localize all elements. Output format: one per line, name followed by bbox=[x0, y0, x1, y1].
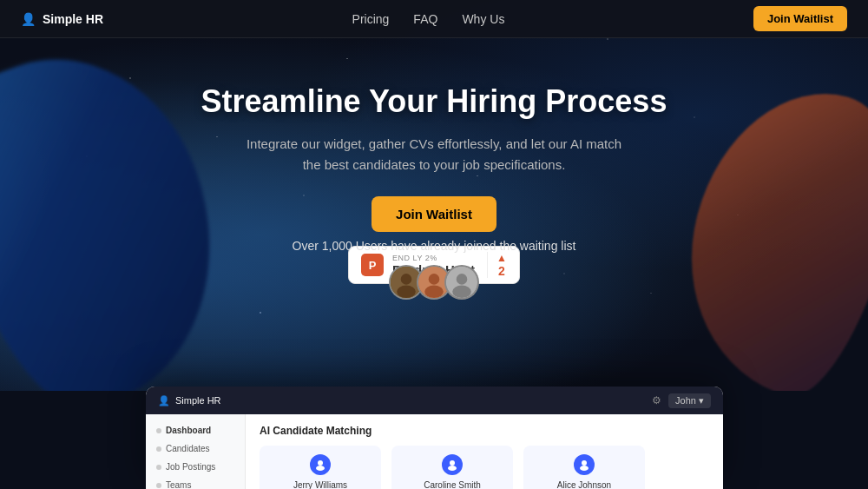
svg-point-12 bbox=[448, 466, 457, 471]
sidebar-dot-icon bbox=[156, 465, 161, 470]
avatar-3 bbox=[444, 265, 479, 300]
svg-point-7 bbox=[457, 274, 468, 285]
person-icon: 👤 bbox=[21, 12, 36, 26]
svg-point-8 bbox=[452, 286, 471, 298]
navbar: 👤 Simple HR Pricing FAQ Why Us Join Wait… bbox=[0, 0, 868, 38]
sidebar-item-teams[interactable]: Teams bbox=[146, 476, 245, 489]
candidate-name-2: Caroline Smith bbox=[424, 480, 481, 489]
svg-point-2 bbox=[397, 286, 416, 298]
sidebar-dot-icon bbox=[156, 446, 161, 452]
candidate-icon-2 bbox=[442, 454, 463, 475]
svg-point-9 bbox=[318, 460, 323, 466]
nav-logo-text: Simple HR bbox=[43, 12, 103, 26]
dashboard-main: AI Candidate Matching Jerry Williams Car… bbox=[246, 414, 723, 489]
candidate-icon-3 bbox=[574, 454, 595, 475]
nav-link-faq[interactable]: FAQ bbox=[413, 12, 437, 26]
avatar-3-image bbox=[446, 265, 477, 300]
candidate-card-3[interactable]: Alice Johnson bbox=[523, 446, 645, 489]
dashboard-header: 👤 Simple HR ⚙ John ▾ bbox=[146, 387, 723, 414]
svg-point-14 bbox=[580, 466, 589, 471]
hero-join-waitlist-button[interactable]: Join Waitlist bbox=[372, 196, 496, 232]
svg-point-10 bbox=[316, 466, 325, 471]
dashboard-preview: 👤 Simple HR ⚙ John ▾ Dashboard Candidate… bbox=[146, 387, 723, 489]
candidate-card-2[interactable]: Caroline Smith bbox=[391, 446, 513, 489]
sidebar-label-job-postings: Job Postings bbox=[166, 462, 215, 472]
dashboard-person-icon: 👤 bbox=[158, 395, 170, 406]
candidate-cards: Jerry Williams Caroline Smith Alice John… bbox=[260, 446, 709, 489]
nav-join-waitlist-button[interactable]: Join Waitlist bbox=[753, 6, 847, 31]
sidebar-label-candidates: Candidates bbox=[166, 444, 210, 453]
sidebar-dot-icon bbox=[156, 483, 161, 488]
nav-logo: 👤 Simple HR bbox=[21, 12, 103, 26]
nav-link-why-us[interactable]: Why Us bbox=[462, 12, 504, 26]
candidate-name-3: Alice Johnson bbox=[557, 480, 611, 489]
social-proof-section: Over 1,000 Users have already joined the… bbox=[0, 239, 868, 300]
sidebar-label-teams: Teams bbox=[166, 480, 191, 489]
sidebar-item-candidates[interactable]: Candidates bbox=[146, 439, 245, 458]
candidate-name-1: Jerry Williams bbox=[293, 480, 347, 489]
nav-links: Pricing FAQ Why Us bbox=[352, 12, 505, 26]
sidebar-dot-icon bbox=[156, 428, 161, 433]
avatars-group bbox=[389, 265, 479, 300]
users-count-text: Over 1,000 Users have already joined the… bbox=[293, 239, 576, 253]
user-menu[interactable]: John ▾ bbox=[668, 393, 711, 408]
candidate-icon-1 bbox=[310, 454, 331, 475]
svg-point-4 bbox=[429, 274, 440, 285]
hero-title: Streamline Your Hiring Process bbox=[201, 83, 667, 120]
candidate-card-1[interactable]: Jerry Williams bbox=[260, 446, 381, 489]
dashboard-body: Dashboard Candidates Job Postings Teams … bbox=[146, 414, 723, 489]
section-title: AI Candidate Matching bbox=[260, 425, 709, 437]
svg-point-5 bbox=[424, 286, 444, 298]
dashboard-logo: 👤 Simple HR bbox=[158, 395, 221, 406]
nav-link-pricing[interactable]: Pricing bbox=[352, 12, 390, 26]
svg-point-13 bbox=[582, 460, 587, 466]
dashboard-logo-text: Simple HR bbox=[175, 395, 221, 406]
svg-point-11 bbox=[450, 460, 455, 466]
sidebar-label-dashboard: Dashboard bbox=[166, 426, 211, 435]
dashboard-actions: ⚙ John ▾ bbox=[652, 393, 711, 408]
hero-subtitle: Integrate our widget, gather CVs effortl… bbox=[243, 134, 625, 175]
settings-icon[interactable]: ⚙ bbox=[652, 394, 661, 406]
sidebar-item-dashboard[interactable]: Dashboard bbox=[146, 421, 245, 439]
dashboard-sidebar: Dashboard Candidates Job Postings Teams bbox=[146, 414, 246, 489]
svg-point-1 bbox=[401, 274, 412, 285]
sidebar-item-job-postings[interactable]: Job Postings bbox=[146, 458, 245, 476]
